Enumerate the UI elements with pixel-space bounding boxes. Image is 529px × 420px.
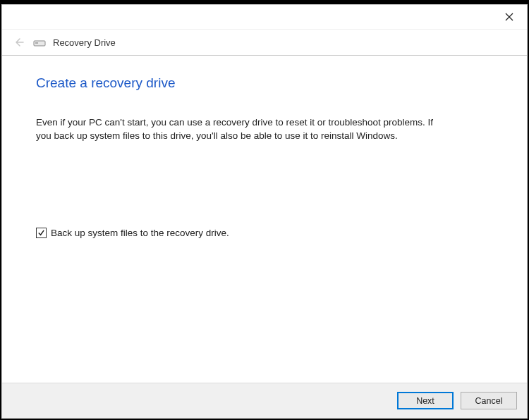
backup-checkbox-row: Back up system files to the recovery dri… <box>36 228 493 238</box>
wizard-name: Recovery Drive <box>53 37 116 48</box>
close-button[interactable] <box>497 7 521 27</box>
cancel-button[interactable]: Cancel <box>461 392 517 409</box>
content-area: Create a recovery drive Even if your PC … <box>2 56 527 383</box>
backup-checkbox[interactable] <box>36 228 47 238</box>
page-title: Create a recovery drive <box>36 75 493 91</box>
footer: Next Cancel <box>2 383 527 418</box>
svg-rect-3 <box>35 42 38 44</box>
back-arrow-icon <box>13 37 24 48</box>
next-button[interactable]: Next <box>397 392 454 409</box>
wizard-window: Recovery Drive Create a recovery drive E… <box>1 4 528 419</box>
back-button[interactable] <box>11 35 26 50</box>
page-description: Even if your PC can't start, you can use… <box>36 116 445 143</box>
header-bar: Recovery Drive <box>2 29 527 56</box>
titlebar <box>2 5 527 29</box>
checkmark-icon <box>37 229 45 237</box>
backup-checkbox-label: Back up system files to the recovery dri… <box>51 228 229 238</box>
drive-icon <box>33 37 46 47</box>
close-icon <box>505 13 513 21</box>
